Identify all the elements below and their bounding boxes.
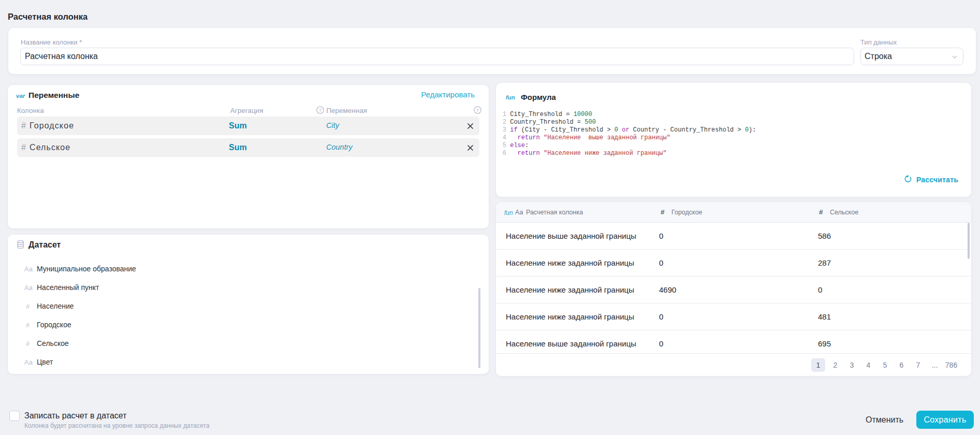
svg-text:?: ?: [319, 108, 321, 113]
svg-text:?: ?: [476, 108, 479, 113]
